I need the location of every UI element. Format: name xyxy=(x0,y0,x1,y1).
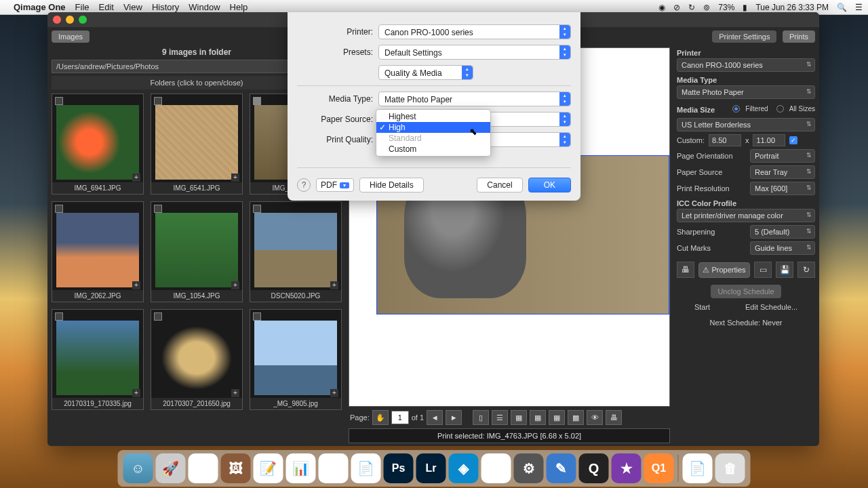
orientation-select[interactable]: Portrait⇅ xyxy=(750,149,815,163)
custom-width-input[interactable] xyxy=(709,134,741,146)
menu-help[interactable]: Help xyxy=(230,2,248,12)
menu-file[interactable]: File xyxy=(75,2,90,12)
edit-schedule-button[interactable]: Edit Schedule... xyxy=(740,301,803,313)
layout-1-icon[interactable]: ▯ xyxy=(473,410,489,425)
spotlight-icon[interactable]: 🔍 xyxy=(837,3,847,12)
thumb-item[interactable]: +IMG_1054.JPG xyxy=(151,201,243,302)
minimize-window[interactable] xyxy=(66,16,74,24)
add-icon[interactable]: + xyxy=(132,174,140,182)
tab-images[interactable]: Images xyxy=(52,30,90,43)
add-icon[interactable]: + xyxy=(330,281,338,289)
zoom-window[interactable] xyxy=(79,16,87,24)
launchpad-icon[interactable]: 🚀 xyxy=(156,453,186,483)
quality-opt-high[interactable]: High xyxy=(376,122,490,133)
wifi-icon[interactable]: ⊚ xyxy=(703,3,710,12)
sheet-printer-select[interactable]: Canon PRO-1000 series xyxy=(378,24,571,39)
preview-icon[interactable]: 🖼 xyxy=(221,453,251,483)
sharpening-select[interactable]: 5 (Default)⇅ xyxy=(750,225,815,239)
hand-tool-icon[interactable]: ✋ xyxy=(372,410,389,425)
quality-opt-custom[interactable]: Custom xyxy=(376,144,490,155)
chrome-icon[interactable]: ◉ xyxy=(189,453,218,483)
quality-opt-highest[interactable]: Highest xyxy=(376,111,490,122)
thumb-item[interactable]: +20170307_201650.jpg xyxy=(151,309,243,410)
thumb-item[interactable]: +IMG_6941.JPG xyxy=(52,94,144,195)
properties-button[interactable]: ⚠ Properties xyxy=(698,262,750,278)
close-window[interactable] xyxy=(53,16,61,24)
trash-icon[interactable]: 🗑 xyxy=(715,453,745,483)
tool-icon[interactable]: ✎ xyxy=(547,453,576,483)
thumb-item[interactable]: +IMG_2062.JPG xyxy=(52,201,144,302)
menu-view[interactable]: View xyxy=(123,2,142,12)
prev-page-icon[interactable]: ◄ xyxy=(427,410,443,425)
add-icon[interactable]: + xyxy=(231,281,239,289)
timemachine-icon[interactable]: ↻ xyxy=(688,3,695,12)
layout-2-icon[interactable]: ☰ xyxy=(492,410,508,425)
layout-4-icon[interactable]: ▦ xyxy=(530,410,546,425)
layout-3-icon[interactable]: ▦ xyxy=(511,410,527,425)
add-icon[interactable]: + xyxy=(231,389,239,397)
custom-height-input[interactable] xyxy=(753,134,785,146)
imovie-icon[interactable]: ★ xyxy=(612,453,642,483)
unclog-button[interactable]: Unclog Schedule xyxy=(711,285,781,298)
page-number-input[interactable] xyxy=(391,411,409,424)
textedit-icon[interactable]: 📝 xyxy=(254,453,283,483)
settings-icon[interactable]: ⚙ xyxy=(514,453,544,483)
menu-window[interactable]: Window xyxy=(189,2,220,12)
open-icon[interactable]: ▭ xyxy=(754,262,772,278)
media-size-select[interactable]: US Letter Borderless⇅ xyxy=(677,118,815,131)
ok-button[interactable]: OK xyxy=(528,178,571,192)
tab-printer-settings[interactable]: Printer Settings xyxy=(712,30,776,43)
resolution-select[interactable]: Max [600]⇅ xyxy=(750,182,815,195)
menu-history[interactable]: History xyxy=(152,2,179,12)
cutmarks-select[interactable]: Guide lines⇅ xyxy=(750,241,815,255)
sheet-section-select[interactable]: Quality & Media xyxy=(378,65,473,80)
donotdisturb-icon[interactable]: ⊘ xyxy=(673,3,680,12)
app-menu[interactable]: Qimage One xyxy=(14,2,66,12)
quicktime-icon[interactable]: Q xyxy=(579,453,609,483)
finder-icon[interactable]: ☺ xyxy=(123,453,153,483)
photoshop-icon[interactable]: Ps xyxy=(384,453,414,483)
add-icon[interactable]: + xyxy=(330,389,338,397)
sheet-presets-select[interactable]: Default Settings xyxy=(378,45,571,60)
print-button-icon[interactable]: 🖶 xyxy=(677,262,694,278)
menu-edit[interactable]: Edit xyxy=(99,2,114,12)
add-icon[interactable]: + xyxy=(231,174,239,182)
notifications-icon[interactable]: ☰ xyxy=(855,3,863,12)
qimage-icon[interactable]: Q1 xyxy=(644,453,674,483)
document-icon[interactable]: 📄 xyxy=(683,453,713,483)
tab-prints[interactable]: Prints xyxy=(783,30,815,43)
filtered-radio[interactable] xyxy=(732,105,740,113)
keynote-icon[interactable]: 📽 xyxy=(319,453,349,483)
start-button[interactable]: Start xyxy=(689,301,715,313)
layout-5-icon[interactable]: ▦ xyxy=(549,410,565,425)
add-icon[interactable]: + xyxy=(132,389,140,397)
numbers-icon[interactable]: 📊 xyxy=(286,453,316,483)
cancel-button[interactable]: Cancel xyxy=(477,178,522,192)
layout-6-icon[interactable]: ▩ xyxy=(568,410,584,425)
app-icon[interactable]: ◈ xyxy=(449,453,479,483)
battery-icon[interactable]: ▮ xyxy=(743,3,747,12)
clock[interactable]: Tue Jun 26 3:33 PM xyxy=(755,3,829,12)
next-page-icon[interactable]: ► xyxy=(446,410,462,425)
printer-select[interactable]: Canon PRO-1000 series⇅ xyxy=(677,58,815,72)
view-icon[interactable]: 👁 xyxy=(587,410,603,425)
icc-select[interactable]: Let printer/driver manage color⇅ xyxy=(677,209,815,222)
print-icon[interactable]: 🖶 xyxy=(606,410,622,425)
hide-details-button[interactable]: Hide Details xyxy=(359,178,424,192)
thumb-item[interactable]: +DSCN5020.JPG xyxy=(250,201,342,302)
sheet-mediatype-select[interactable]: Matte Photo Paper xyxy=(378,92,571,106)
lightroom-icon[interactable]: Lr xyxy=(416,453,446,483)
allsizes-radio[interactable] xyxy=(776,105,784,113)
screenrec-icon[interactable]: ◉ xyxy=(658,3,665,12)
help-button[interactable]: ? xyxy=(297,178,311,192)
notes-icon[interactable]: 📄 xyxy=(351,453,381,483)
custom-check[interactable]: ✓ xyxy=(789,136,797,144)
media-type-select[interactable]: Matte Photo Paper⇅ xyxy=(677,85,815,99)
pdf-menu-button[interactable]: PDF▾ xyxy=(316,178,354,192)
refresh-icon[interactable]: ↻ xyxy=(797,262,815,278)
photos-icon[interactable]: ✿ xyxy=(481,453,511,483)
save-icon[interactable]: 💾 xyxy=(776,262,793,278)
thumb-item[interactable]: +_MG_9805.jpg xyxy=(250,309,342,410)
thumb-item[interactable]: +IMG_6541.JPG xyxy=(151,94,243,195)
paper-source-select[interactable]: Rear Tray⇅ xyxy=(750,165,815,179)
